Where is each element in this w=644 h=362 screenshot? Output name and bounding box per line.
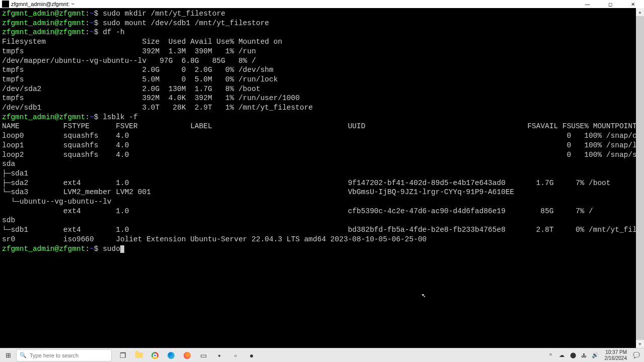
command-line: df -h — [103, 28, 125, 36]
df-header: Filesystem Size Used Avail Use% Mounted … — [2, 38, 282, 46]
prompt-path: ~ — [90, 10, 94, 18]
lsblk-row: └─ubuntu--vg-ubuntu--lv — [2, 198, 112, 206]
terminal-icon[interactable]: ▪ — [211, 348, 227, 363]
command-line: sudo mkdir /mnt/yt_filestore — [103, 10, 225, 18]
app-icon — [2, 1, 9, 8]
windows-taskbar: ⊞ 🔍 Type here to search ❐ ▭ ▪ ▫ ● ^ ☁ ⬤ … — [0, 348, 644, 362]
scroll-down-button[interactable]: ▼ — [636, 340, 644, 348]
task-view-button[interactable]: ❐ — [115, 348, 131, 363]
vertical-scrollbar[interactable]: ▲ ▼ — [636, 8, 644, 348]
taskbar-app-icon[interactable]: ▭ — [195, 348, 211, 363]
edge-icon[interactable] — [163, 348, 179, 363]
taskbar-search[interactable]: 🔍 Type here to search — [16, 349, 112, 361]
lsblk-row: loop1 squashfs 4.0 0 100% /snap/lxd/2432… — [2, 141, 644, 149]
minimize-button[interactable]: — — [576, 0, 599, 8]
firefox-icon[interactable] — [179, 348, 195, 363]
taskbar-app-icon[interactable]: ▫ — [227, 348, 244, 363]
clock-time: 10:37 PM — [605, 349, 627, 355]
start-button[interactable]: ⊞ — [0, 348, 16, 363]
scroll-up-button[interactable]: ▲ — [636, 8, 644, 16]
lsblk-row: sda — [2, 160, 15, 168]
lsblk-row: loop0 squashfs 4.0 0 100% /snap/core20/1… — [2, 132, 644, 140]
window-titlebar: zfgmnt_admin@zfgmnt: ~ — ◻ ✕ — [0, 0, 644, 8]
lsblk-row: loop2 squashfs 4.0 0 100% /snap/snapd/19… — [2, 151, 644, 159]
file-explorer-icon[interactable] — [131, 348, 147, 363]
maximize-button[interactable]: ◻ — [599, 0, 621, 8]
onedrive-icon[interactable]: ☁ — [557, 348, 567, 363]
search-placeholder: Type here to search — [30, 352, 78, 358]
taskbar-app-icon[interactable]: ● — [244, 348, 260, 363]
lsblk-row: sr0 iso9660 Joliet Extension Ubuntu-Serv… — [2, 235, 427, 243]
lsblk-row: └─sda3 LVM2_member LVM2 001 VbGmsU-IjBQ-… — [2, 188, 514, 196]
prompt-user: zfgmnt_admin — [2, 10, 54, 18]
network-icon[interactable]: 🖧 — [580, 348, 589, 363]
lsblk-row: ├─sda2 ext4 1.0 9f147202-bf41-402d-89d5-… — [2, 179, 611, 187]
volume-icon[interactable]: 🔊 — [591, 348, 600, 363]
close-button[interactable]: ✕ — [621, 0, 644, 8]
lsblk-row: ext4 1.0 cfb5390c-4c2e-47d6-ac90-d4d6fad… — [2, 207, 593, 215]
system-tray: ^ ☁ ⬤ 🖧 🔊 10:37 PM 2/16/2024 💬 — [546, 348, 645, 363]
prompt-host: zfgmnt — [59, 10, 85, 18]
df-row: tmpfs 392M 4.0K 392M 1% /run/user/1000 — [2, 94, 300, 102]
tray-icon[interactable]: ⬤ — [569, 348, 578, 363]
text-cursor — [120, 245, 124, 253]
window-title: zfgmnt_admin@zfgmnt: ~ — [11, 1, 74, 7]
lsblk-row: └─sdb1 ext4 1.0 bd382bfd-fb5a-4fde-b2e8-… — [2, 226, 644, 234]
df-row: /dev/mapper/ubuntu--vg-ubuntu--lv 97G 6.… — [2, 57, 256, 65]
clock-date: 2/16/2024 — [605, 355, 627, 361]
df-row: tmpfs 2.0G 0 2.0G 0% /dev/shm — [2, 66, 274, 74]
notifications-icon[interactable]: 💬 — [632, 348, 641, 363]
df-row: tmpfs 5.0M 0 5.0M 0% /run/lock — [2, 75, 278, 83]
taskbar-clock[interactable]: 10:37 PM 2/16/2024 — [602, 349, 630, 361]
lsblk-row: ├─sda1 — [2, 169, 28, 177]
search-icon: 🔍 — [20, 352, 27, 358]
command-line: sudo — [103, 245, 120, 253]
command-line: lsblk -f — [103, 113, 138, 121]
scroll-track[interactable] — [636, 16, 644, 340]
terminal-output[interactable]: zfgmnt_admin@zfgmnt:~$ sudo mkdir /mnt/y… — [0, 8, 644, 348]
tray-overflow-icon[interactable]: ^ — [546, 348, 555, 363]
df-row: /dev/sda2 2.0G 130M 1.7G 8% /boot — [2, 85, 260, 93]
chrome-icon[interactable] — [147, 348, 163, 363]
df-row: tmpfs 392M 1.3M 390M 1% /run — [2, 47, 256, 55]
lsblk-header: NAME FSTYPE FSVER LABEL UUID FSAVAIL FSU… — [2, 122, 641, 130]
scroll-thumb[interactable] — [636, 16, 644, 340]
df-row: /dev/sdb1 3.0T 28K 2.9T 1% /mnt/yt_files… — [2, 104, 313, 112]
lsblk-row: sdb — [2, 216, 15, 224]
command-line: sudo mount /dev/sdb1 /mnt/yt_filestore — [103, 19, 269, 27]
